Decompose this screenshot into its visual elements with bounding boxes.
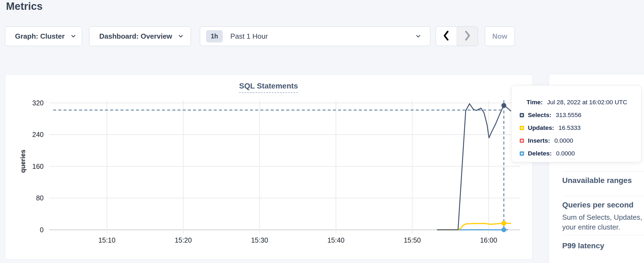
updates-label: Updates: xyxy=(528,124,554,132)
x-tick-1530: 15:30 xyxy=(243,236,276,244)
x-tick-1600: 16:00 xyxy=(472,236,505,244)
tooltip-time-value: Jul 28, 2022 at 16:02:00 UTC xyxy=(547,99,627,106)
sidebar-section-description-line: your entire cluster. xyxy=(562,223,620,231)
dashboard-dropdown[interactable]: Dashboard: Overview xyxy=(89,26,191,46)
dashboard-dropdown-label: Dashboard: Overview xyxy=(99,32,172,41)
x-tick-1550: 15:50 xyxy=(396,236,429,244)
deletes-value: 0.0000 xyxy=(556,150,575,157)
tooltip-series-row: Deletes: 0.0000 xyxy=(520,147,641,160)
chevron-left-icon xyxy=(441,30,452,43)
y-tick-160: 160 xyxy=(14,163,44,170)
x-tick-1520: 15:20 xyxy=(167,236,200,244)
sidebar-section-p99-latency: P99 latency xyxy=(562,241,604,250)
chart-hover-tooltip: Time: Jul 28, 2022 at 16:02:00 UTC Selec… xyxy=(511,85,642,162)
tooltip-series-row: Inserts: 0.0000 xyxy=(520,134,641,147)
tooltip-time-label: Time: xyxy=(526,99,543,106)
deletes-label: Deletes: xyxy=(528,150,552,157)
now-button[interactable]: Now xyxy=(485,26,515,46)
sidebar-divider xyxy=(562,196,644,196)
selects-label: Selects: xyxy=(528,112,551,119)
tooltip-series-row: Updates: 16.5333 xyxy=(520,121,641,134)
inserts-value: 0.0000 xyxy=(554,137,573,144)
sidebar-section-queries-per-second: Queries per second xyxy=(562,201,633,209)
sidebar-section-unavailable-ranges: Unavailable ranges xyxy=(562,176,632,185)
y-tick-0: 0 xyxy=(14,226,44,234)
updates-value: 16.5333 xyxy=(558,124,580,132)
now-button-label: Now xyxy=(492,32,507,41)
sidebar-divider xyxy=(562,171,644,172)
x-tick-1540: 15:40 xyxy=(320,236,352,244)
selects-series-marker xyxy=(520,113,524,117)
chevron-down-icon xyxy=(177,32,185,40)
chart-plot-area[interactable] xyxy=(49,100,520,230)
chart-title-wrap: SQL Statements xyxy=(0,82,537,93)
y-tick-240: 240 xyxy=(14,131,44,139)
page-title: Metrics xyxy=(6,1,43,12)
next-time-button[interactable] xyxy=(457,27,478,46)
time-range-badge: 1h xyxy=(206,30,223,42)
inserts-label: Inserts: xyxy=(528,137,550,144)
sidebar-section-description-line: Sum of Selects, Updates, Inser xyxy=(562,213,644,222)
time-range-label: Past 1 Hour xyxy=(230,32,268,41)
selects-value: 313.5556 xyxy=(556,112,581,119)
time-range-dropdown[interactable]: 1h Past 1 Hour xyxy=(200,26,430,46)
tooltip-time-row: Time: Jul 28, 2022 at 16:02:00 UTC xyxy=(520,96,641,109)
y-tick-80: 80 xyxy=(14,194,44,202)
chart-title[interactable]: SQL Statements xyxy=(239,82,298,93)
sidebar-divider xyxy=(562,235,644,235)
chevron-down-icon xyxy=(70,32,77,40)
graph-dropdown-label: Graph: Cluster xyxy=(15,32,65,41)
graph-dropdown[interactable]: Graph: Cluster xyxy=(5,26,82,46)
x-tick-1510: 15:10 xyxy=(91,236,123,244)
chevron-down-icon xyxy=(414,32,422,40)
prev-time-button[interactable] xyxy=(436,27,457,46)
deletes-series-marker xyxy=(520,151,524,156)
y-tick-320: 320 xyxy=(14,99,44,107)
time-nav-arrows xyxy=(436,26,478,46)
tooltip-series-row: Selects: 313.5556 xyxy=(520,109,641,121)
chevron-right-icon xyxy=(462,30,473,43)
inserts-series-marker xyxy=(520,139,524,143)
updates-series-marker xyxy=(520,126,524,130)
